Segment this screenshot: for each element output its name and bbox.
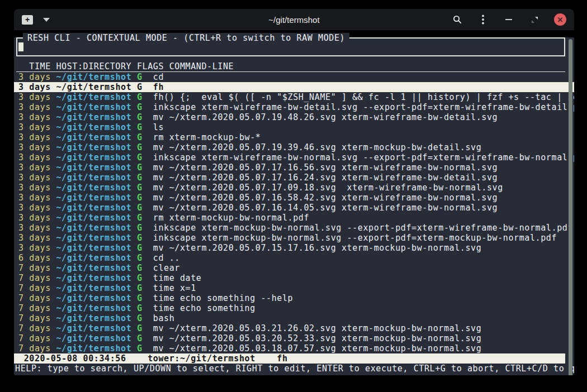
row-flags: G <box>137 323 143 333</box>
row-time: 3 days <box>18 152 51 162</box>
row-flags: G <box>137 233 143 243</box>
row-directory: ~/git/termshot <box>56 343 131 353</box>
chevron-down-icon[interactable] <box>43 18 50 22</box>
row-command: mv ~/xterm.2020.05.07.17.16.56.svg xterm… <box>153 162 498 173</box>
history-row[interactable]: 3 days ~/git/termshot G cd <box>14 72 574 82</box>
history-row[interactable]: 7 days ~/git/termshot G mv ~/xterm.2020.… <box>14 333 574 343</box>
row-time: 7 days <box>18 283 51 293</box>
row-directory: ~/git/termshot <box>56 162 131 173</box>
history-row[interactable]: 3 days ~/git/termshot G rm xterm-mockup-… <box>14 132 574 142</box>
help-bar: HELP: type to search, UP/DOWN to select,… <box>14 364 574 374</box>
row-flags: G <box>137 173 143 183</box>
row-flags: G <box>137 203 143 213</box>
history-row[interactable]: 7 days ~/git/termshot G mv ~/xterm.2020.… <box>14 323 574 333</box>
row-command: cd .. <box>153 253 180 263</box>
row-flags: G <box>137 162 143 173</box>
row-directory: ~/git/termshot <box>56 283 131 293</box>
minimize-icon <box>505 19 512 20</box>
row-flags: G <box>137 313 143 323</box>
history-row[interactable]: 3 days ~/git/termshot G fh() {; eval $( … <box>14 92 574 102</box>
kebab-menu-icon <box>482 15 484 25</box>
terminal-window: + ~/git/termshot <box>14 9 574 375</box>
row-directory: ~/git/termshot <box>56 183 131 193</box>
row-directory: ~/git/termshot <box>56 203 131 213</box>
history-row[interactable]: 3 days ~/git/termshot G inkscape xterm-w… <box>14 102 574 112</box>
row-time: 6 days <box>18 253 51 263</box>
row-directory: ~/git/termshot <box>56 273 131 283</box>
history-row[interactable]: 3 days ~/git/termshot G fh <box>14 82 574 92</box>
history-row[interactable]: 3 days ~/git/termshot G mv ~/xterm.2020.… <box>14 183 574 193</box>
history-row[interactable]: 7 days ~/git/termshot G time date <box>14 273 574 283</box>
history-row[interactable]: 3 days ~/git/termshot G mv ~/xterm.2020.… <box>14 112 574 122</box>
row-flags: G <box>137 223 143 233</box>
row-directory: ~/git/termshot <box>56 112 131 122</box>
row-command: rm xterm-mockup-bw-* <box>153 132 261 142</box>
row-command: fh() {; eval $( ([ -n "$ZSH_NAME" ] && f… <box>153 92 574 102</box>
row-command: time echo something <box>153 303 255 313</box>
history-row[interactable]: 7 days ~/git/termshot G time x=1 <box>14 283 574 293</box>
row-directory: ~/git/termshot <box>56 243 131 253</box>
minimize-button[interactable] <box>503 13 515 26</box>
row-directory: ~/git/termshot <box>56 132 131 142</box>
restore-button[interactable] <box>528 13 541 26</box>
titlebar: + ~/git/termshot <box>14 9 574 30</box>
row-flags: G <box>137 263 143 273</box>
row-time: 7 days <box>18 293 51 303</box>
search-button[interactable] <box>451 13 463 26</box>
row-directory: ~/git/termshot <box>56 233 131 243</box>
row-time: 3 days <box>18 233 51 243</box>
history-row[interactable]: 3 days ~/git/termshot G mv ~/xterm.2020.… <box>14 203 574 213</box>
row-time: 3 days <box>18 132 51 142</box>
status-datetime: 2020-05-08 00:34:56 <box>24 353 126 364</box>
row-flags: G <box>137 193 143 203</box>
row-command: mv ~/xterm.2020.05.07.16.58.42.svg xterm… <box>153 193 498 203</box>
history-row[interactable]: 3 days ~/git/termshot G inkscape xterm-m… <box>14 233 574 243</box>
row-time: 7 days <box>18 333 51 343</box>
history-column-header: TIME HOST:DIRECTORY FLAGS COMMAND-LINE <box>16 61 565 72</box>
row-directory: ~/git/termshot <box>56 173 131 183</box>
history-row[interactable]: 3 days ~/git/termshot G mv ~/xterm.2020.… <box>14 142 574 152</box>
history-row[interactable]: 3 days ~/git/termshot G mv ~/xterm.2020.… <box>14 162 574 173</box>
row-command: inkscape xterm-mockup-bw-normal.svg --ex… <box>153 233 557 243</box>
row-command: time x=1 <box>153 283 196 293</box>
history-row[interactable]: 7 days ~/git/termshot G bash <box>14 313 574 323</box>
history-row[interactable]: 7 days ~/git/termshot G clear <box>14 263 574 273</box>
row-command: mv ~/xterm.2020.05.03.18.07.57.svg xterm… <box>153 343 481 353</box>
history-row[interactable]: 3 days ~/git/termshot G inkscape xterm-w… <box>14 152 574 162</box>
row-directory: ~/git/termshot <box>56 323 131 333</box>
search-icon <box>452 15 462 25</box>
history-row[interactable]: 3 days ~/git/termshot G mv ~/xterm.2020.… <box>14 243 574 253</box>
row-flags: G <box>137 303 143 313</box>
row-flags: G <box>137 112 143 122</box>
close-icon: ✕ <box>557 16 564 23</box>
row-command: mv ~/xterm.2020.05.07.17.16.24.svg xterm… <box>153 173 498 183</box>
resh-search-box[interactable]: RESH CLI - CONTEXTUAL MODE - (CTRL+R to … <box>16 37 565 56</box>
history-row[interactable]: 7 days ~/git/termshot G time echo someth… <box>14 293 574 303</box>
scrollbar[interactable] <box>569 39 572 375</box>
row-command: inkscape xterm-wireframe-bw-normal.svg -… <box>153 152 574 162</box>
history-row[interactable]: 7 days ~/git/termshot G mv ~/xterm.2020.… <box>14 343 574 353</box>
row-command: time echo something --help <box>153 293 293 303</box>
menu-button[interactable] <box>477 13 489 26</box>
row-directory: ~/git/termshot <box>56 303 131 313</box>
close-button[interactable]: ✕ <box>554 13 566 26</box>
new-tab-button[interactable]: + <box>22 15 33 25</box>
row-flags: G <box>137 243 143 253</box>
row-command: mv ~/xterm.2020.05.07.19.48.26.svg xterm… <box>153 112 498 122</box>
history-row[interactable]: 3 days ~/git/termshot G inkscape xterm-m… <box>14 223 574 233</box>
resh-box-title: RESH CLI - CONTEXTUAL MODE - (CTRL+R to … <box>23 33 349 43</box>
status-bar: 2020-05-08 00:34:56 tower:~/git/termshot… <box>14 353 565 364</box>
history-row[interactable]: 7 days ~/git/termshot G time echo someth… <box>14 303 574 313</box>
history-row[interactable]: 3 days ~/git/termshot G mv ~/xterm.2020.… <box>14 193 574 203</box>
history-row[interactable]: 3 days ~/git/termshot G rm xterm-mockup-… <box>14 213 574 223</box>
history-row[interactable]: 3 days ~/git/termshot G ls <box>14 122 574 132</box>
row-flags: G <box>137 152 143 162</box>
row-command: time date <box>153 273 202 283</box>
row-directory: ~/git/termshot <box>56 142 131 152</box>
history-row[interactable]: 6 days ~/git/termshot G cd .. <box>14 253 574 263</box>
history-row[interactable]: 3 days ~/git/termshot G mv ~/xterm.2020.… <box>14 173 574 183</box>
status-host-dir: tower:~/git/termshot <box>148 353 255 364</box>
row-directory: ~/git/termshot <box>56 313 131 323</box>
row-time: 7 days <box>18 343 51 353</box>
row-flags: G <box>137 92 143 102</box>
